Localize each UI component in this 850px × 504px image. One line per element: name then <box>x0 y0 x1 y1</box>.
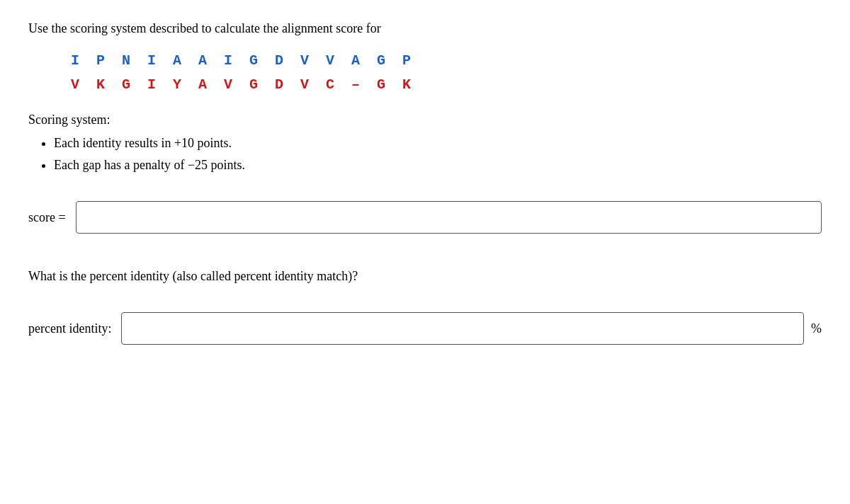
percent-input[interactable] <box>121 312 804 345</box>
sequence-top: I P N I A A I G D V V A G P <box>71 49 822 73</box>
scoring-rule-1: Each identity results in +10 points. <box>54 136 822 151</box>
score-input[interactable] <box>76 201 822 234</box>
scoring-rule-2: Each gap has a penalty of −25 points. <box>54 158 822 173</box>
score-label: score = <box>28 210 66 225</box>
score-row: score = <box>28 201 822 234</box>
scoring-list: Each identity results in +10 points. Eac… <box>28 136 822 173</box>
percent-question: What is the percent identity (also calle… <box>28 269 822 284</box>
scoring-label: Scoring system: <box>28 113 822 127</box>
percent-row: percent identity: % <box>28 312 822 345</box>
sequence-block: I P N I A A I G D V V A G P V K G I Y A … <box>28 49 822 97</box>
intro-text: Use the scoring system described to calc… <box>28 21 822 36</box>
percent-sign: % <box>811 321 822 336</box>
percent-label: percent identity: <box>28 321 111 336</box>
sequence-bottom: V K G I Y A V G D V C – G K <box>71 73 822 97</box>
